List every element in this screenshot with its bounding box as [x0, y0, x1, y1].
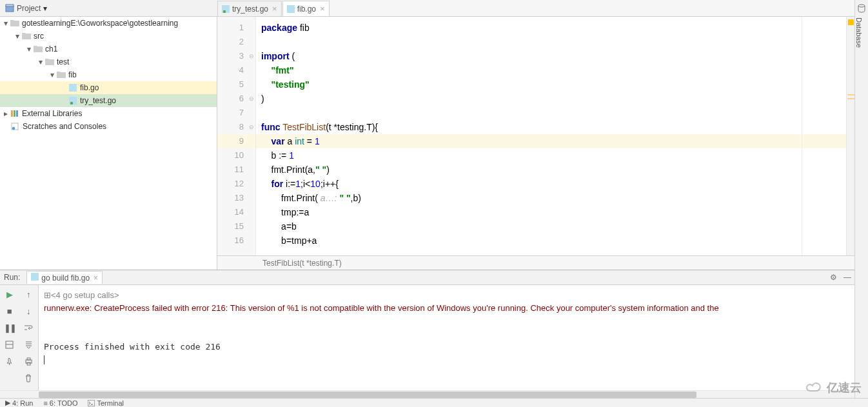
- line-number[interactable]: 14: [217, 205, 255, 219]
- tree-file-try-test-go[interactable]: try_test.go: [0, 94, 217, 107]
- editor[interactable]: 123⊖456⊖78⊖910111213141516 package fibim…: [217, 17, 854, 270]
- status-terminal-button[interactable]: Terminal: [83, 399, 129, 407]
- go-build-icon: [31, 273, 39, 283]
- analysis-warning-icon[interactable]: [848, 19, 854, 25]
- tree-test[interactable]: ▾ test: [0, 55, 217, 68]
- code-line[interactable]: ): [256, 92, 846, 106]
- editor-gutter[interactable]: 123⊖456⊖78⊖910111213141516: [217, 17, 256, 270]
- scroll-thumb[interactable]: [39, 392, 696, 398]
- chevron-down-icon[interactable]: ▾: [26, 45, 32, 54]
- chevron-down-icon[interactable]: ▾: [49, 70, 55, 79]
- chevron-down-icon[interactable]: ▾: [14, 32, 21, 41]
- code-line[interactable]: "testing": [256, 77, 846, 92]
- project-selector-arrow-icon[interactable]: ▾: [43, 4, 47, 13]
- project-label[interactable]: Project: [17, 4, 41, 13]
- code-line[interactable]: fmt.Print( a…: " ",b): [256, 191, 846, 205]
- database-icon[interactable]: [857, 4, 866, 15]
- tree-label: gotestlearning: [22, 19, 70, 28]
- stop-icon[interactable]: ■: [3, 304, 16, 317]
- line-number[interactable]: 7: [217, 106, 255, 120]
- code-line[interactable]: b := 1: [256, 148, 846, 163]
- code-line[interactable]: fmt.Print(a," "): [256, 163, 846, 177]
- tab-fib-go[interactable]: fib.go ×: [282, 1, 330, 16]
- chevron-down-icon[interactable]: ▾: [37, 57, 44, 66]
- close-icon[interactable]: ×: [272, 4, 277, 14]
- line-number[interactable]: 3⊖: [217, 49, 255, 63]
- project-icon: [5, 4, 14, 13]
- code-line[interactable]: var a int = 1: [256, 134, 846, 148]
- line-number[interactable]: 2: [217, 35, 255, 49]
- breadcrumb[interactable]: TestFibList(t *testing.T): [262, 259, 342, 268]
- tree-root[interactable]: ▾ gotestlearning E:\Goworkspace\gotestle…: [0, 17, 217, 30]
- soft-wrap-icon[interactable]: [22, 321, 35, 334]
- breadcrumb-bar[interactable]: TestFibList(t *testing.T): [217, 255, 854, 270]
- database-label[interactable]: Database: [855, 17, 863, 48]
- status-run-button[interactable]: ▶ 4: Run: [0, 399, 38, 407]
- code-line[interactable]: a=b: [256, 219, 846, 233]
- marker[interactable]: [847, 98, 854, 99]
- tab-label: try_test.go: [232, 5, 268, 14]
- line-number[interactable]: 4: [217, 63, 255, 77]
- code-line[interactable]: [256, 106, 846, 120]
- line-number[interactable]: 9: [217, 134, 255, 148]
- tree-label: src: [34, 32, 44, 41]
- tree-label: try_test.go: [80, 96, 116, 105]
- run-settings-gear-icon[interactable]: ⚙: [826, 273, 840, 282]
- marker[interactable]: [847, 94, 854, 95]
- code-area[interactable]: package fibimport ( "fmt" "testing")func…: [256, 17, 846, 270]
- project-tree[interactable]: ▾ gotestlearning E:\Goworkspace\gotestle…: [0, 17, 217, 270]
- code-line[interactable]: tmp:=a: [256, 205, 846, 219]
- tree-fib[interactable]: ▾ fib: [0, 68, 217, 81]
- svg-rect-14: [11, 110, 13, 117]
- line-number[interactable]: 10: [217, 148, 255, 163]
- tree-file-fib-go[interactable]: fib.go: [0, 81, 217, 94]
- pin-icon[interactable]: [3, 355, 16, 368]
- line-number[interactable]: 5: [217, 77, 255, 92]
- code-line[interactable]: package fib: [256, 21, 846, 35]
- code-line[interactable]: for i:=1;i<10;i++{: [256, 177, 846, 191]
- tab-try-test-go[interactable]: try_test.go ×: [217, 1, 282, 16]
- code-line[interactable]: func TestFibList(t *testing.T){: [256, 120, 846, 134]
- code-line[interactable]: b=tmp+a: [256, 233, 846, 248]
- line-number[interactable]: 6⊖: [217, 92, 255, 106]
- hide-run-panel-icon[interactable]: —: [840, 273, 854, 282]
- line-number[interactable]: 11: [217, 163, 255, 177]
- code-line[interactable]: import (: [256, 49, 846, 63]
- tree-src[interactable]: ▾ src: [0, 30, 217, 43]
- run-h-scrollbar[interactable]: [0, 390, 854, 398]
- line-number[interactable]: 16: [217, 233, 255, 248]
- up-stack-icon[interactable]: ↑: [22, 288, 35, 301]
- folder-icon: [22, 32, 31, 41]
- tree-ch1[interactable]: ▾ ch1: [0, 43, 217, 55]
- close-icon[interactable]: ×: [94, 273, 98, 283]
- pause-icon[interactable]: ❚❚: [3, 321, 16, 334]
- svg-point-9: [223, 10, 226, 12]
- status-todo-button[interactable]: ≡ 6: TODO: [38, 399, 83, 407]
- editor-scrollbar[interactable]: [846, 17, 854, 270]
- libraries-icon: [10, 109, 19, 118]
- line-number[interactable]: 8⊖: [217, 120, 255, 134]
- chevron-right-icon[interactable]: ▸: [3, 109, 9, 118]
- code-line[interactable]: "fmt": [256, 63, 846, 77]
- chevron-down-icon[interactable]: ▾: [3, 19, 9, 28]
- run-console[interactable]: ⊞<4 go setup calls> runnerw.exe: CreateP…: [39, 285, 854, 390]
- rerun-icon[interactable]: ▶: [3, 288, 16, 301]
- line-number[interactable]: 15: [217, 219, 255, 233]
- print-icon[interactable]: [22, 355, 35, 368]
- svg-rect-15: [14, 110, 15, 117]
- line-number[interactable]: 12: [217, 177, 255, 191]
- down-stack-icon[interactable]: ↓: [22, 304, 35, 317]
- svg-rect-1: [6, 5, 14, 6]
- tree-external-libraries[interactable]: ▸ External Libraries: [0, 107, 217, 120]
- scroll-end-icon[interactable]: [22, 338, 35, 351]
- right-margin-guide: [802, 17, 802, 270]
- svg-rect-24: [27, 358, 30, 360]
- layout-icon[interactable]: [3, 338, 16, 351]
- code-line[interactable]: [256, 35, 846, 49]
- delete-icon[interactable]: [22, 372, 35, 384]
- run-config-tab[interactable]: go build fib.go ×: [26, 271, 103, 284]
- close-icon[interactable]: ×: [320, 4, 325, 14]
- line-number[interactable]: 1: [217, 21, 255, 35]
- tree-scratches[interactable]: Scratches and Consoles: [0, 120, 217, 133]
- line-number[interactable]: 13: [217, 191, 255, 205]
